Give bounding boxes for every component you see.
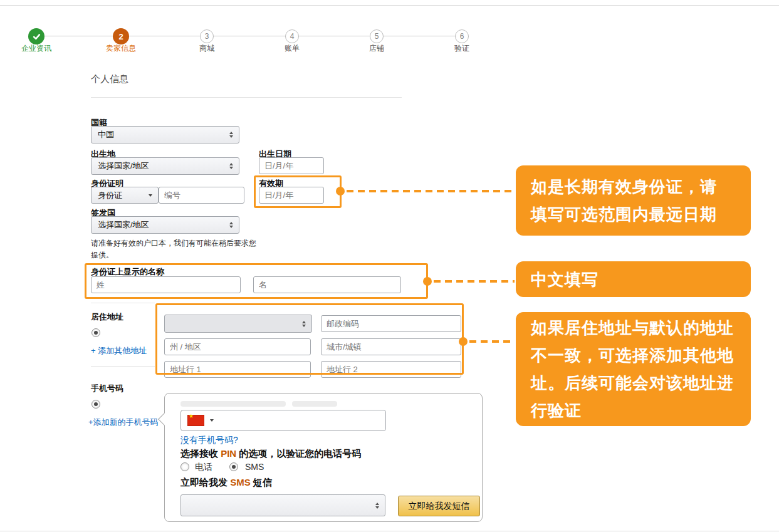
callout-line: 址。后续可能会对该地址进 — [531, 369, 736, 397]
phone-label: 手机号码 — [91, 383, 123, 394]
connector-dashed-line — [469, 340, 515, 343]
address-default-radio[interactable] — [91, 328, 100, 337]
callout-line: 如果居住地址与默认的地址 — [531, 314, 736, 342]
address-line2-input[interactable] — [321, 361, 461, 378]
connector-dot — [336, 187, 345, 196]
step-6-label: 验证 — [454, 43, 469, 54]
step-4-number: 4 — [290, 32, 295, 41]
pin-by-sms-radio[interactable] — [229, 462, 238, 471]
send-sms-button[interactable]: 立即给我发短信 — [398, 496, 480, 516]
callout-line: 不一致，可选择添加其他地 — [531, 342, 736, 369]
step-2-label: 卖家信息 — [106, 43, 136, 54]
step-3-label: 商城 — [199, 43, 214, 54]
pin-heading-suffix: 的选项，以验证您的电话号码 — [236, 448, 361, 459]
check-icon — [32, 32, 41, 41]
step-3-circle: 3 — [200, 29, 214, 43]
step-3-number: 3 — [205, 32, 209, 41]
sms-heading-prefix: 立即给我发 — [180, 477, 230, 488]
bottom-divider — [0, 531, 779, 531]
issuing-country-select-value: 选择国家/地区 — [98, 219, 149, 231]
id-number-input[interactable] — [159, 187, 244, 204]
step-5-number: 5 — [375, 32, 379, 41]
redacted-text-bar — [180, 401, 286, 407]
pin-by-sms-radio-label: SMS — [245, 462, 264, 472]
redacted-text-bar — [292, 401, 337, 407]
step-2-number: 2 — [118, 32, 123, 41]
callout-line: 行验证 — [531, 397, 736, 424]
address-label: 居住地址 — [91, 311, 123, 323]
postal-code-input[interactable] — [321, 315, 461, 332]
household-register-note: 请准备好有效的户口本，我们有可能在稍后要求您提供。 — [91, 237, 259, 261]
step-6-circle: 6 — [455, 29, 469, 43]
pin-by-call-radio-label: 电话 — [195, 462, 212, 473]
state-region-input[interactable] — [164, 338, 311, 355]
phone-number-input[interactable]: ★ — [180, 410, 386, 431]
step-2-circle-active: 2 — [113, 28, 129, 44]
id-type-select-value: 身份证 — [98, 190, 122, 201]
id-type-select[interactable]: 身份证 — [91, 187, 159, 204]
stepper-connector-line — [36, 36, 462, 36]
send-sms-heading: 立即给我发 SMS 短信 — [180, 477, 272, 489]
phone-default-radio[interactable] — [91, 400, 100, 409]
step-1-circle-done — [28, 28, 44, 44]
sms-heading-suffix: 短信 — [251, 477, 272, 488]
nationality-select[interactable]: 中国 — [91, 126, 239, 143]
connector-dot — [459, 337, 468, 346]
chinese-name-callout: 中文填写 — [516, 261, 751, 297]
sms-token: SMS — [230, 477, 251, 488]
step-4-label: 账单 — [285, 43, 300, 54]
last-name-input[interactable] — [91, 276, 241, 293]
address-country-select[interactable] — [164, 315, 312, 333]
page-title: 个人信息 — [91, 73, 128, 85]
expiry-date-input[interactable] — [259, 187, 324, 204]
callout-line: 中文填写 — [531, 266, 736, 293]
callout-line: 填写可选范围内最远日期 — [531, 201, 736, 228]
step-1-label: 企业资讯 — [21, 43, 51, 54]
updown-arrows-icon — [229, 222, 233, 228]
chevron-down-icon — [210, 419, 214, 422]
china-flag-icon: ★ — [187, 415, 204, 426]
address-line1-input[interactable] — [164, 361, 311, 378]
first-name-input[interactable] — [253, 276, 401, 293]
card-pointer-arrow — [158, 413, 170, 425]
city-town-input[interactable] — [321, 338, 461, 355]
section-divider — [91, 366, 155, 367]
connector-dashed-line — [347, 190, 515, 192]
pin-token: PIN — [221, 448, 236, 459]
address-callout: 如果居住地址与默认的地址 不一致，可选择添加其他地 址。后续可能会对该地址进 行… — [516, 312, 751, 426]
sms-number-select[interactable] — [180, 494, 385, 516]
issuing-country-select[interactable]: 选择国家/地区 — [91, 216, 239, 234]
seller-registration-page: 2 3 4 5 6 企业资讯 卖家信息 商城 账单 店铺 验证 个人信息 国籍 … — [0, 0, 779, 532]
callout-line: 如是长期有效身份证，请 — [531, 173, 736, 201]
step-4-circle: 4 — [285, 29, 299, 43]
connector-dot — [423, 277, 432, 286]
chevron-down-icon — [149, 194, 152, 197]
updown-arrows-icon — [229, 132, 233, 138]
updown-arrows-icon — [375, 503, 379, 509]
add-phone-link[interactable]: +添加新的手机号码 — [88, 417, 159, 428]
birthplace-select-value: 选择国家/地区 — [98, 160, 149, 172]
top-divider — [0, 5, 779, 6]
connector-dashed-line — [434, 280, 515, 283]
pin-option-heading: 选择接收 PIN 的选项，以验证您的电话号码 — [180, 448, 361, 460]
updown-arrows-icon — [229, 163, 233, 169]
section-divider — [91, 303, 155, 303]
no-phone-link[interactable]: 没有手机号码? — [180, 435, 238, 446]
pin-heading-prefix: 选择接收 — [180, 448, 221, 459]
expiry-callout: 如是长期有效身份证，请 填写可选范围内最远日期 — [516, 165, 751, 236]
birthplace-select[interactable]: 选择国家/地区 — [91, 157, 239, 175]
pin-by-call-radio[interactable] — [180, 462, 189, 471]
updown-arrows-icon — [302, 321, 306, 327]
step-5-label: 店铺 — [369, 43, 384, 54]
birthdate-input[interactable] — [259, 157, 324, 174]
add-address-link[interactable]: + 添加其他地址 — [91, 345, 147, 357]
step-6-number: 6 — [460, 32, 464, 41]
section-divider — [91, 97, 402, 98]
phone-verification-card: ★ 没有手机号码? 选择接收 PIN 的选项，以验证您的电话号码 电话 SMS … — [164, 393, 483, 522]
nationality-select-value: 中国 — [98, 129, 114, 140]
step-5-circle: 5 — [370, 29, 384, 43]
